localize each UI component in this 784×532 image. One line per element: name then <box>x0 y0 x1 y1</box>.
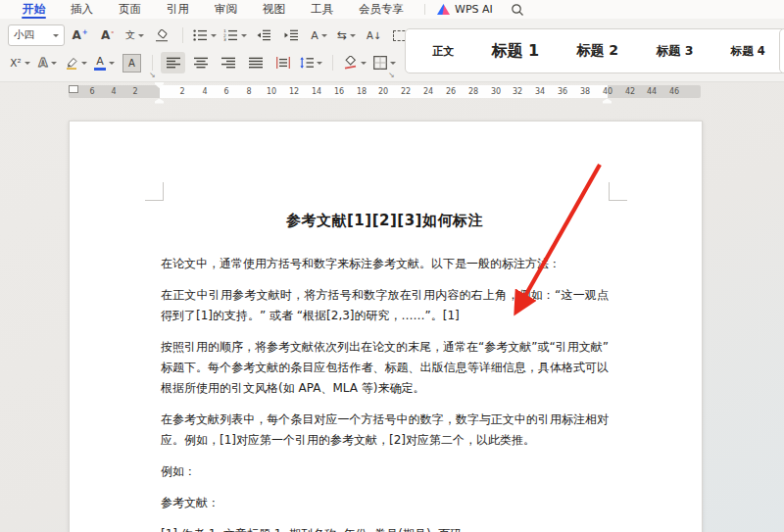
ruler-number: 4 <box>111 87 116 96</box>
chevron-down-icon <box>317 62 322 65</box>
menubar-divider <box>424 4 425 15</box>
justify-icon <box>249 57 263 69</box>
document-page[interactable]: 参考文献[1][2][3]如何标注 在论文中，通常使用方括号和数字来标注参考文献… <box>69 121 703 532</box>
ruler-number: 20 <box>378 87 388 96</box>
document-content[interactable]: 参考文献[1][2][3]如何标注 在论文中，通常使用方括号和数字来标注参考文献… <box>161 212 609 532</box>
shading-button[interactable] <box>341 52 368 73</box>
chevron-down-icon <box>350 34 356 37</box>
chevron-down-icon <box>241 34 247 37</box>
align-right-button[interactable] <box>216 52 240 73</box>
ruler-number: 42 <box>625 87 635 96</box>
chevron-down-icon <box>109 62 115 65</box>
menu-tab[interactable]: 页面 <box>106 0 154 19</box>
align-center-icon <box>194 57 208 69</box>
style-preset[interactable]: 标题 4 <box>727 44 769 59</box>
clear-format-button[interactable] <box>150 24 174 46</box>
increase-indent-button[interactable] <box>279 24 304 46</box>
ruler-number: 6 <box>223 87 228 96</box>
toolbar-row-font: 小四 A+ A- 文 <box>8 24 414 47</box>
style-preset[interactable]: 标题 1 <box>487 41 543 62</box>
style-preset[interactable]: 标题 2 <box>572 42 622 60</box>
paragraph[interactable]: 在正文中引用参考文献时，将方括号和数字放在引用内容的右上角，例如：“这一观点得到… <box>161 285 609 326</box>
right-indent-marker[interactable] <box>603 99 612 104</box>
chevron-down-icon <box>390 62 396 65</box>
line-spacing-button[interactable] <box>298 52 324 73</box>
chevron-down-icon <box>81 62 87 65</box>
menu-tab[interactable]: 开始 <box>10 0 58 19</box>
menu-tab[interactable]: 会员专享 <box>346 0 416 19</box>
line-spacing-icon <box>300 57 314 69</box>
menu-tab[interactable]: 视图 <box>250 0 298 19</box>
paragraph[interactable]: 在论文中，通常使用方括号和数字来标注参考文献。以下是一般的标注方法： <box>161 254 609 274</box>
paragraph[interactable]: 例如： <box>161 461 609 482</box>
increase-indent-icon <box>284 29 299 41</box>
menu-tabs: 开始插入页面引用审阅视图工具会员专享 <box>10 0 416 19</box>
margin-corner-mark <box>609 182 627 201</box>
menu-tab[interactable]: 审阅 <box>202 0 250 19</box>
chevron-down-icon <box>211 34 217 37</box>
font-color-button[interactable]: A <box>92 52 117 73</box>
style-preset[interactable]: 标题 3 <box>652 43 697 60</box>
highlight-button[interactable] <box>63 52 89 73</box>
align-center-button[interactable] <box>188 52 213 73</box>
style-preset[interactable]: 正文 <box>428 44 458 59</box>
wps-ai-label: WPS AI <box>455 3 493 16</box>
char-scale-button[interactable]: A <box>307 24 331 46</box>
shading-icon <box>343 56 358 70</box>
hanging-indent-marker[interactable] <box>155 99 164 104</box>
paragraphs: 在论文中，通常使用方括号和数字来标注参考文献。以下是一般的标注方法：在正文中引用… <box>161 254 609 532</box>
justify-button[interactable] <box>243 52 268 73</box>
char-border-button[interactable]: A <box>120 52 144 73</box>
chevron-down-icon <box>24 62 30 65</box>
search-icon[interactable] <box>511 3 524 17</box>
chevron-down-icon <box>321 34 327 37</box>
ruler-number: 34 <box>535 87 545 96</box>
chevron-down-icon <box>138 34 144 37</box>
shrink-font-button[interactable]: A- <box>95 24 120 46</box>
numbered-list-button[interactable]: 1 2 3 <box>221 24 249 46</box>
ruler-number: 32 <box>513 87 522 96</box>
toolbar-row-paragraph: X² A A <box>8 51 398 74</box>
align-left-button[interactable] <box>161 52 185 73</box>
phonetic-guide-icon: 文 <box>125 28 135 42</box>
margin-corner-mark <box>145 182 164 201</box>
ruler-number: 12 <box>289 87 299 96</box>
distribute-button[interactable] <box>270 52 295 73</box>
menu-tab[interactable]: 插入 <box>58 0 106 19</box>
horizontal-ruler: 6422468101214161820222426283032343638404… <box>0 82 784 114</box>
menu-tab[interactable]: 引用 <box>154 0 202 19</box>
paragraph-dialog-launcher[interactable]: ↘ <box>388 72 395 79</box>
document-canvas[interactable]: 参考文献[1][2][3]如何标注 在论文中，通常使用方括号和数字来标注参考文献… <box>0 81 784 532</box>
menu-tab[interactable]: 工具 <box>298 0 346 19</box>
styles-gallery-scroll[interactable] <box>779 28 784 73</box>
grow-font-button[interactable]: A+ <box>68 24 92 46</box>
bullet-list-button[interactable] <box>191 24 219 46</box>
paragraph[interactable]: 在参考文献列表中，每个条目对应一个方括号中的数字，数字与正文中的引用标注相对应。… <box>161 410 609 451</box>
font-size-select[interactable]: 小四 <box>8 24 65 46</box>
phonetic-guide-button[interactable]: 文 <box>122 24 147 46</box>
paragraph[interactable]: 参考文献： <box>161 493 609 513</box>
ruler-number: 2 <box>132 87 137 96</box>
superscript-button[interactable]: X² <box>8 52 32 73</box>
document-title[interactable]: 参考文献[1][2][3]如何标注 <box>161 212 609 230</box>
highlighter-icon <box>65 56 78 70</box>
wps-ai-button[interactable]: WPS AI <box>433 3 497 16</box>
ruler-number: 40 <box>603 87 612 96</box>
text-convert-button[interactable]: ⇆ <box>334 24 359 46</box>
sort-az-icon: A↓ <box>367 30 381 41</box>
paragraph[interactable]: [1] 作者 1. 文章标题 1. 期刊名称, 年份, 卷号(期号), 页码. <box>161 524 609 532</box>
group-divider <box>332 55 333 71</box>
ruler-number: 38 <box>580 87 590 96</box>
ruler-number: 24 <box>423 87 433 96</box>
font-size-value: 小四 <box>14 28 34 42</box>
group-divider <box>152 55 153 71</box>
ruler-band: 6422468101214161820222426283032343638404… <box>69 85 701 98</box>
paragraph[interactable]: 按照引用的顺序，将参考文献依次列出在论文的末尾，通常在“参考文献”或“引用文献”… <box>161 337 609 399</box>
ruler-number: 46 <box>669 87 679 96</box>
font-dialog-launcher[interactable]: ↘ <box>149 72 156 79</box>
left-indent-marker[interactable] <box>69 85 78 93</box>
bullet-list-icon <box>193 29 208 41</box>
decrease-indent-button[interactable] <box>252 24 276 46</box>
text-effects-button[interactable]: A <box>35 52 60 73</box>
sort-button[interactable]: A↓ <box>362 24 386 46</box>
